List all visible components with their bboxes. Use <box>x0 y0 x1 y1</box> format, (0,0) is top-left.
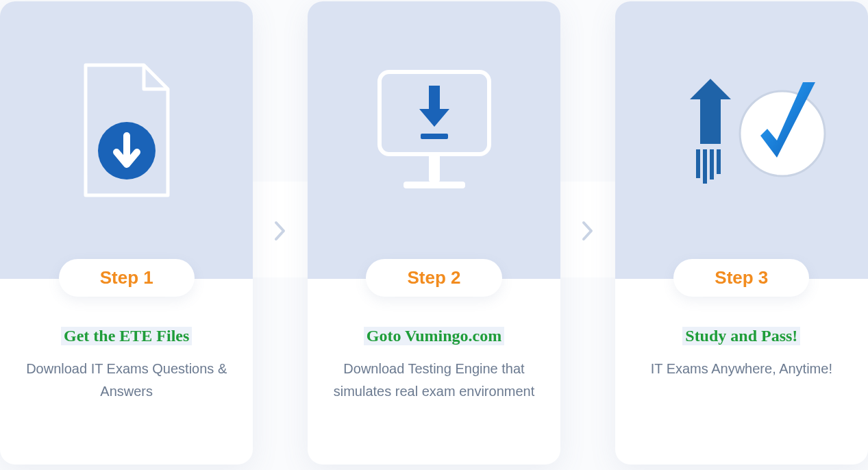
arrow-separator <box>581 1 594 241</box>
card-top: Step 2 <box>308 1 560 279</box>
svg-rect-5 <box>696 149 700 178</box>
launch-check-icon <box>615 1 868 259</box>
step-title: Get the ETE Files <box>61 327 192 345</box>
step-desc: Download Testing Engine that simulates r… <box>328 358 540 403</box>
step-pill-label: Step 2 <box>407 267 460 288</box>
card-bottom: Goto Vumingo.com Download Testing Engine… <box>308 279 560 465</box>
monitor-download-icon <box>308 1 560 259</box>
svg-rect-6 <box>703 149 707 184</box>
step-desc: IT Exams Anywhere, Anytime! <box>636 358 847 380</box>
file-download-icon <box>0 1 253 259</box>
svg-rect-8 <box>717 149 721 174</box>
steps-row: Step 1 Get the ETE Files Download IT Exa… <box>0 0 868 465</box>
step-pill-label: Step 3 <box>715 267 768 288</box>
step-card-1: Step 1 Get the ETE Files Download IT Exa… <box>0 1 253 465</box>
step-desc: Download IT Exams Questions & Answers <box>21 358 232 403</box>
card-bottom: Study and Pass! IT Exams Anywhere, Anyti… <box>615 279 868 465</box>
arrow-separator <box>273 1 286 241</box>
svg-rect-4 <box>421 134 448 139</box>
step-title: Study and Pass! <box>682 327 800 345</box>
svg-rect-3 <box>404 182 465 188</box>
card-bottom: Get the ETE Files Download IT Exams Ques… <box>0 279 253 465</box>
step-pill: Step 2 <box>366 259 501 297</box>
step-card-3: Step 3 Study and Pass! IT Exams Anywhere… <box>615 1 868 465</box>
step-pill-label: Step 1 <box>100 267 153 288</box>
step-pill: Step 3 <box>673 259 809 297</box>
step-pill: Step 1 <box>59 259 195 297</box>
svg-rect-2 <box>429 154 440 182</box>
svg-rect-7 <box>710 149 714 180</box>
step-card-2: Step 2 Goto Vumingo.com Download Testing… <box>308 1 560 465</box>
step-title: Goto Vumingo.com <box>364 327 504 345</box>
card-top: Step 1 <box>0 1 253 279</box>
card-top: Step 3 <box>615 1 868 279</box>
